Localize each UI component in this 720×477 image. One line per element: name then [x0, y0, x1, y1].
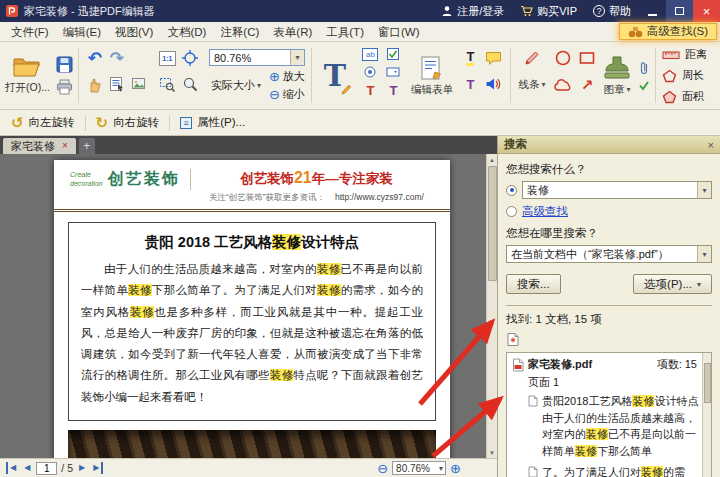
advanced-find-radio[interactable]: [506, 206, 517, 217]
edit-content-button[interactable]: T: [317, 55, 353, 97]
select-image-button[interactable]: [131, 76, 147, 92]
prev-page-button[interactable]: ◀: [22, 462, 32, 474]
scroll-down-icon[interactable]: ▼: [487, 447, 498, 458]
properties-button[interactable]: ≡ 属性(P)...: [172, 113, 253, 132]
rotate-toolbar: ↺ 向左旋转 ↻ 向右旋转 ≡ 属性(P)...: [0, 110, 720, 136]
results-scrollbar-thumb[interactable]: [704, 363, 711, 403]
edit-form-button[interactable]: 编辑表单: [411, 55, 453, 97]
line-tool-button[interactable]: 线条▾: [518, 78, 545, 92]
select-text-button[interactable]: [109, 76, 125, 92]
rotate-right-button[interactable]: ↻ 向右旋转: [88, 113, 168, 132]
undo-button[interactable]: ↶: [88, 48, 102, 69]
redo-button[interactable]: ↷: [110, 48, 124, 69]
new-tab-button[interactable]: +: [79, 138, 95, 154]
sticky-note-button[interactable]: [485, 51, 502, 66]
last-page-button[interactable]: ▶: [91, 462, 103, 474]
search-result-item-2[interactable]: 了。为了满足人们对装修的需求，如今的室内风格装修也是多种多样，而工业风就是其中一…: [510, 464, 699, 477]
search-result-item-1[interactable]: 贵阳2018工艺风格装修设计特点 由于人们的生活品质越来越高，对室内的装修已不再…: [510, 393, 699, 464]
loupe-button[interactable]: [182, 76, 198, 92]
result-file-row[interactable]: 家宅装修.pdf 项数: 15: [510, 356, 699, 373]
dropdown-icon[interactable]: ▾: [697, 246, 711, 262]
marquee-zoom-button[interactable]: [159, 76, 175, 92]
cloud-tool-button[interactable]: [553, 77, 573, 93]
page-number-input[interactable]: [36, 462, 57, 475]
form-signature-button[interactable]: T: [389, 83, 397, 98]
form-text-field-button[interactable]: ab: [362, 48, 378, 61]
register-login-button[interactable]: 注册/登录: [433, 0, 512, 22]
first-page-button[interactable]: ◀: [6, 462, 18, 474]
actual-size-button[interactable]: 实际大小 ▾: [209, 78, 263, 93]
dropdown-icon[interactable]: ▾: [697, 182, 711, 198]
keyword-radio[interactable]: [506, 185, 517, 196]
form-radio-button[interactable]: [363, 65, 377, 79]
rotate-left-button[interactable]: ↺ 向左旋转: [3, 113, 83, 132]
zoom-out-button[interactable]: ⊖缩小: [269, 87, 305, 102]
buy-vip-button[interactable]: 购买VIP: [512, 0, 585, 22]
stamp-button[interactable]: 图章▾: [602, 55, 632, 97]
vertical-scrollbar[interactable]: ▲ ▼: [486, 154, 497, 458]
print-button[interactable]: [56, 79, 73, 95]
menu-item-comment[interactable]: 注释(C): [213, 22, 266, 42]
perimeter-tool-button[interactable]: 周长: [662, 66, 707, 85]
minimize-button[interactable]: [639, 0, 666, 22]
rectangle-tool-button[interactable]: [578, 49, 596, 67]
zoom-target-button[interactable]: [182, 50, 198, 66]
form-listbox-button[interactable]: T: [366, 83, 374, 98]
zoom-out-button-status[interactable]: ⊖: [377, 462, 388, 475]
zoom-level-combobox[interactable]: 80.76% ▾: [209, 49, 305, 66]
highlight-text-button[interactable]: T: [466, 50, 474, 66]
line-tool-label: 线条: [518, 78, 539, 92]
actual-size-ratio-button[interactable]: 1:1: [159, 51, 176, 66]
attachment-tool-button[interactable]: [638, 61, 650, 75]
combobox-icon: [386, 65, 400, 79]
pdf-page[interactable]: Create decoration 创艺装饰 创艺装饰21年—专注家装 关注“创…: [54, 160, 450, 458]
distance-tool-button[interactable]: 距离: [662, 45, 707, 64]
search-panel-close-icon[interactable]: ×: [708, 139, 714, 151]
close-button[interactable]: ×: [693, 0, 720, 22]
form-checkbox-button[interactable]: [386, 47, 400, 61]
menu-item-view[interactable]: 视图(V): [108, 22, 160, 42]
result-page-group[interactable]: 页面 1: [510, 373, 699, 393]
signature-tool-button[interactable]: [638, 79, 650, 91]
area-tool-button[interactable]: 面积: [662, 87, 707, 106]
pencil-tool-button[interactable]: [523, 49, 541, 67]
typewriter-button[interactable]: T: [466, 77, 474, 92]
open-file-button[interactable]: 打开(O)...: [5, 56, 50, 95]
scope-combobox[interactable]: 在当前文档中（“家宅装修.pdf”） ▾: [506, 245, 712, 263]
help-button[interactable]: ? 帮助: [585, 0, 639, 22]
search-button[interactable]: 搜索...: [506, 274, 561, 294]
menu-item-file[interactable]: 文件(F): [4, 22, 56, 42]
result-items-count: 项数: 15: [657, 357, 697, 372]
search-question-where: 您想在哪里搜索？: [506, 226, 712, 241]
results-scrollbar[interactable]: [702, 353, 711, 477]
maximize-button[interactable]: [666, 0, 693, 22]
scrollbar-thumb[interactable]: [488, 166, 497, 281]
hand-tool-button[interactable]: [87, 76, 103, 93]
options-button[interactable]: 选项(P)...▾: [633, 274, 712, 294]
menu-item-tools[interactable]: 工具(T): [319, 22, 371, 42]
tab-close-icon[interactable]: ×: [62, 141, 68, 151]
arrow-tool-button[interactable]: ↗: [581, 76, 594, 94]
radio-icon: [363, 65, 377, 79]
advanced-find-button[interactable]: 高级查找(S): [619, 23, 717, 40]
new-search-button[interactable]: [506, 332, 520, 348]
zoom-in-button-status[interactable]: ⊕: [450, 462, 461, 475]
menu-item-window[interactable]: 窗口(W): [371, 22, 427, 42]
zoom-in-button[interactable]: ⊕放大: [269, 69, 305, 84]
menu-item-form[interactable]: 表单(R): [266, 22, 319, 42]
dropdown-icon[interactable]: ▾: [290, 50, 304, 65]
edit-form-icon: [420, 55, 444, 81]
scroll-up-icon[interactable]: ▲: [487, 154, 498, 165]
keyword-combobox[interactable]: 装修 ▾: [522, 181, 712, 199]
zoom-level-status[interactable]: 80.76% ▾: [392, 461, 446, 475]
circle-tool-button[interactable]: [554, 49, 572, 67]
menu-item-edit[interactable]: 编辑(E): [56, 22, 108, 42]
document-tab[interactable]: 家宅装修 ×: [3, 138, 76, 154]
menu-item-document[interactable]: 文档(D): [160, 22, 213, 42]
form-combobox-button[interactable]: [386, 65, 400, 79]
search-results-list[interactable]: 家宅装修.pdf 项数: 15 页面 1 贵阳2018工艺风格装修设计特点 由于…: [506, 352, 712, 477]
sound-comment-button[interactable]: [485, 77, 501, 91]
advanced-find-link[interactable]: 高级查找: [522, 204, 568, 219]
next-page-button[interactable]: ▶: [77, 462, 87, 474]
save-button[interactable]: [56, 56, 73, 73]
